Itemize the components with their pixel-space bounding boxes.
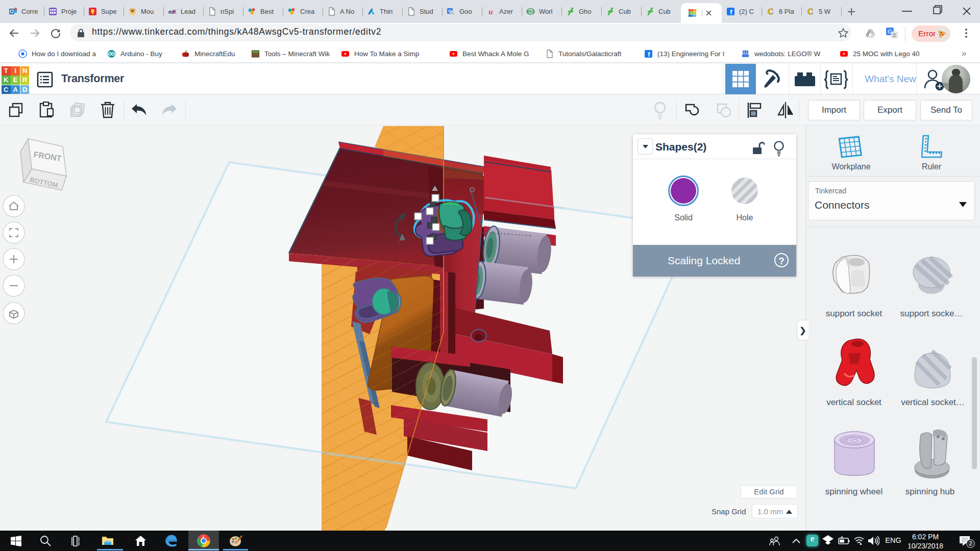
svg-text:WES: WES bbox=[527, 10, 534, 13]
svg-text:C: C bbox=[768, 7, 774, 16]
svg-text:C: C bbox=[807, 7, 814, 16]
svg-text:文: 文 bbox=[892, 32, 897, 38]
svg-text:f: f bbox=[730, 8, 732, 16]
svg-text:f: f bbox=[648, 51, 650, 58]
svg-text:X: X bbox=[173, 9, 177, 15]
svg-text:u: u bbox=[488, 8, 493, 16]
svg-text:x: x bbox=[452, 11, 454, 15]
